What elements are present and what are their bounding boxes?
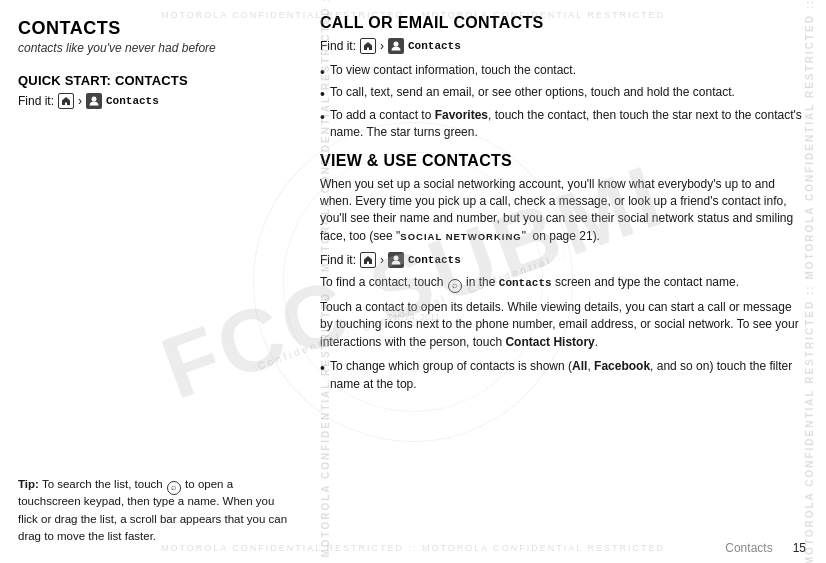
tip-body: To search the list, touch bbox=[42, 478, 166, 490]
search-icon-inline[interactable]: ⌕ bbox=[448, 279, 462, 293]
call-email-section: CALL OR EMAIL CONTACTS Find it: › Contac… bbox=[320, 14, 806, 142]
contacts-icon-r1[interactable] bbox=[388, 38, 404, 54]
contacts-mono: Contacts bbox=[499, 277, 552, 289]
tip-text: Tip: To search the list, touch ⌕ to open… bbox=[18, 476, 292, 545]
bullet-text-1: To view contact information, touch the c… bbox=[330, 62, 576, 79]
all-bold: All bbox=[572, 359, 587, 373]
left-column: CONTACTS contacts like you've never had … bbox=[0, 0, 310, 563]
contact-history-bold: Contact History bbox=[505, 335, 594, 349]
call-email-bullets: • To view contact information, touch the… bbox=[320, 62, 806, 142]
contacts-icon-left[interactable] bbox=[86, 93, 102, 109]
arrow-r1: › bbox=[380, 39, 384, 53]
find-it-line-right2: Find it: › Contacts bbox=[320, 252, 806, 268]
social-networking-ref: SOCIAL NETWORKING bbox=[400, 231, 521, 242]
bullet-text-last: To change which group of contacts is sho… bbox=[330, 358, 806, 393]
favorites-bold: Favorites bbox=[435, 108, 488, 122]
view-use-body3: Touch a contact to open its details. Whi… bbox=[320, 299, 806, 351]
right-column: CALL OR EMAIL CONTACTS Find it: › Contac… bbox=[310, 0, 826, 563]
bullet-dot: • bbox=[320, 110, 325, 124]
contacts-text-r1: Contacts bbox=[408, 40, 461, 52]
svg-point-3 bbox=[394, 256, 399, 261]
home-icon-box[interactable] bbox=[58, 93, 74, 109]
find-it-label-left: Find it: bbox=[18, 94, 54, 108]
svg-point-2 bbox=[394, 42, 399, 47]
facebook-bold: Facebook bbox=[594, 359, 650, 373]
page-title: CONTACTS bbox=[18, 18, 292, 39]
contacts-text-r2: Contacts bbox=[408, 254, 461, 266]
home-icon-box-r2[interactable] bbox=[360, 252, 376, 268]
bullet-dot-last: • bbox=[320, 361, 325, 375]
arrow-separator: › bbox=[78, 94, 82, 108]
footer-contacts-label: Contacts bbox=[725, 541, 772, 555]
tip-label: Tip: bbox=[18, 478, 39, 490]
arrow-r2: › bbox=[380, 253, 384, 267]
view-use-section: VIEW & USE CONTACTS When you set up a so… bbox=[320, 152, 806, 393]
find-it-line-right1: Find it: › Contacts bbox=[320, 38, 806, 54]
page-footer: Contacts 15 bbox=[725, 541, 806, 555]
find-it-label-r1: Find it: bbox=[320, 39, 356, 53]
bullet-dot: • bbox=[320, 87, 325, 101]
home-icon-box-r1[interactable] bbox=[360, 38, 376, 54]
bullet-text-2: To call, text, send an email, or see oth… bbox=[330, 84, 735, 101]
find-it-label-r2: Find it: bbox=[320, 253, 356, 267]
bullet-item: • To add a contact to Favorites, touch t… bbox=[320, 107, 806, 142]
quick-start-title: QUICK START: CONTACTS bbox=[18, 73, 292, 88]
page-subtitle: contacts like you've never had before bbox=[18, 41, 292, 55]
bullet-item: • To call, text, send an email, or see o… bbox=[320, 84, 806, 101]
bullet-dot: • bbox=[320, 65, 325, 79]
bullet-item-last: • To change which group of contacts is s… bbox=[320, 358, 806, 393]
view-use-title: VIEW & USE CONTACTS bbox=[320, 152, 806, 170]
view-use-body1: When you set up a social networking acco… bbox=[320, 176, 806, 246]
left-image-area bbox=[18, 117, 258, 397]
contacts-icon-r2[interactable] bbox=[388, 252, 404, 268]
contacts-text-left: Contacts bbox=[106, 95, 159, 107]
svg-point-1 bbox=[92, 97, 97, 102]
page-container: MOTOROLA CONFIDENTIAL RESTRICTED :: MOTO… bbox=[0, 0, 826, 563]
bullet-text-3: To add a contact to Favorites, touch the… bbox=[330, 107, 806, 142]
search-icon-tip[interactable]: ⌕ bbox=[167, 481, 181, 495]
call-email-title: CALL OR EMAIL CONTACTS bbox=[320, 14, 806, 32]
bullet-item: • To view contact information, touch the… bbox=[320, 62, 806, 79]
find-it-line-left: Find it: › Contacts bbox=[18, 93, 292, 109]
tip-box: Tip: To search the list, touch ⌕ to open… bbox=[18, 476, 292, 545]
footer-page-number: 15 bbox=[793, 541, 806, 555]
view-use-bullets: • To change which group of contacts is s… bbox=[320, 358, 806, 393]
view-use-body2: To find a contact, touch ⌕ in the Contac… bbox=[320, 274, 806, 292]
